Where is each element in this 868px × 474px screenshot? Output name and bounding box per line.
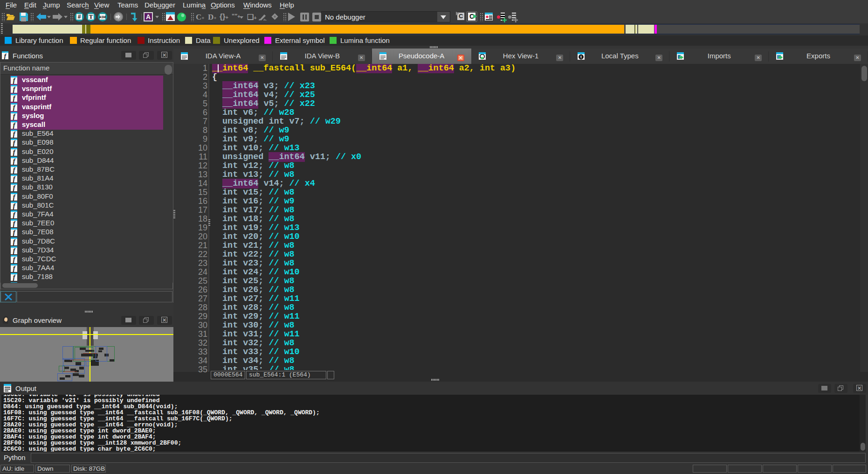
svg-text:ASM: ASM xyxy=(99,15,106,19)
svg-text:#: # xyxy=(78,14,81,20)
svg-text:T: T xyxy=(89,13,93,20)
